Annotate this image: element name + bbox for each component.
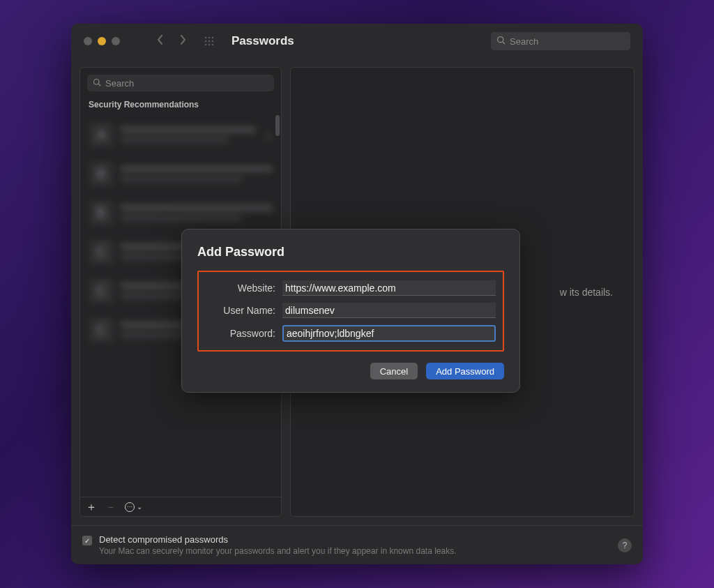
svg-point-0 [205,37,207,39]
svg-point-11 [94,80,100,85]
svg-line-12 [98,84,100,86]
toolbar-search-placeholder: Search [510,36,538,47]
svg-point-9 [498,37,503,43]
avatar: B [89,200,114,225]
titlebar: Passwords Search [71,24,643,59]
username-input[interactable] [282,303,496,318]
svg-point-1 [208,37,211,39]
sidebar-footer: ＋ － ⋯ ⌄ [80,497,281,516]
svg-point-7 [208,44,211,46]
modal-title: Add Password [197,245,504,259]
avatar: B [89,161,114,186]
add-password-modal: Add Password Website: User Name: Passwor… [181,229,520,393]
remove-button[interactable]: － [105,502,116,513]
avatar: C [89,278,114,303]
checkbox-subtext: Your Mac can securely monitor your passw… [99,546,457,556]
chevron-down-icon: ⌄ [137,503,142,511]
more-menu[interactable]: ⋯ ⌄ [125,502,142,512]
list-item[interactable]: B [80,154,281,193]
password-input[interactable] [282,325,496,342]
traffic-lights [84,37,120,45]
svg-point-4 [208,40,211,43]
svg-point-6 [205,44,207,46]
zoom-window-button[interactable] [112,37,120,45]
close-window-button[interactable] [84,37,92,45]
toolbar-search[interactable]: Search [491,32,630,50]
form-highlight: Website: User Name: Password: [197,271,504,352]
section-header: Security Recommendations [80,98,281,115]
website-label: Website: [206,282,275,294]
svg-point-2 [212,37,214,39]
warning-icon: ▲ [263,129,273,140]
help-button[interactable]: ? [618,538,632,552]
avatar: C [89,239,114,264]
svg-point-5 [212,40,214,43]
passwords-window: Passwords Search Search Security Recomme… [71,24,643,564]
website-input[interactable] [282,280,496,296]
forward-button[interactable] [174,34,191,49]
checkbox-label: Detect compromised passwords [99,534,457,545]
bottom-bar: ✓ Detect compromised passwords Your Mac … [71,525,643,564]
password-label: Password: [206,328,275,339]
svg-point-3 [205,40,207,43]
minimize-window-button[interactable] [98,37,106,45]
sidebar-search-placeholder: Search [105,78,134,89]
window-title: Passwords [231,34,294,48]
list-item[interactable]: B [80,193,281,232]
show-all-icon[interactable] [204,36,215,47]
svg-point-8 [212,44,214,46]
detail-placeholder: w its details. [560,287,613,298]
detect-compromised-checkbox[interactable]: ✓ [82,536,92,545]
search-icon [93,77,101,89]
svg-line-10 [503,42,505,44]
username-label: User Name: [206,305,275,316]
back-button[interactable] [152,34,169,49]
search-icon [496,35,506,47]
ellipsis-icon: ⋯ [125,502,135,512]
sidebar-search[interactable]: Search [87,75,274,91]
add-button[interactable]: ＋ [86,502,97,513]
avatar: A [89,122,114,147]
add-password-button[interactable]: Add Password [426,363,504,379]
avatar: C [89,317,114,342]
list-item[interactable]: A ▲ [80,115,281,154]
cancel-button[interactable]: Cancel [370,363,418,379]
